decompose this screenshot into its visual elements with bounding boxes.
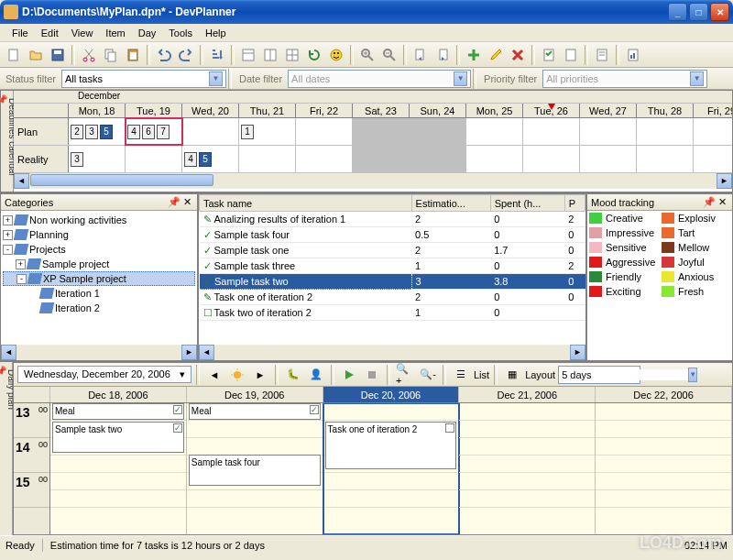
calendar-day-header[interactable]: Fri, 29 <box>694 104 732 117</box>
calendar-cell[interactable] <box>353 146 410 172</box>
calendar-cell[interactable] <box>353 118 410 145</box>
calendar-chip[interactable]: 3 <box>71 152 83 167</box>
menu-view[interactable]: View <box>65 26 100 40</box>
stop-icon[interactable] <box>362 365 382 385</box>
menu-help[interactable]: Help <box>199 26 233 40</box>
edit-icon[interactable] <box>486 45 506 65</box>
tree-item[interactable]: -Projects <box>3 242 195 257</box>
mood-item[interactable]: Aggressive <box>587 255 660 269</box>
person-icon[interactable]: 👤 <box>306 365 326 385</box>
mood-item[interactable]: Impressive <box>587 225 660 240</box>
tree-item[interactable]: +Sample project <box>3 257 195 271</box>
doc-icon[interactable] <box>561 45 581 65</box>
zoom-in-icon[interactable]: 🔍+ <box>395 365 415 385</box>
tree-expand-icon[interactable]: - <box>3 245 13 255</box>
next-page-icon[interactable] <box>432 45 453 65</box>
calendar-chip[interactable]: 6 <box>142 125 155 139</box>
deadlines-calendar-tab[interactable]: 📌 Deadlines calendar <box>1 91 14 192</box>
pin-icon[interactable]: 📌 <box>168 196 181 208</box>
prev-day-icon[interactable]: ◄ <box>204 365 224 385</box>
tree-item[interactable]: +Non working activities <box>3 213 195 227</box>
calendar-day-header[interactable]: Tue, 26 <box>523 104 580 117</box>
chevron-down-icon[interactable]: ▼ <box>209 71 223 86</box>
daily-event[interactable]: Sample task two✓ <box>52 422 184 453</box>
smiley-icon[interactable] <box>326 45 346 65</box>
undo-icon[interactable] <box>154 45 174 65</box>
calendar-chip[interactable]: 5 <box>100 125 113 139</box>
calendar-cell[interactable] <box>523 118 580 145</box>
tree-item[interactable]: -XP Sample project <box>3 271 195 286</box>
calendar-day-header[interactable]: Wed, 20 <box>182 104 239 117</box>
daily-column[interactable]: Meal✓Sample task two✓ <box>50 403 187 534</box>
calendar-cell[interactable] <box>637 118 694 145</box>
menu-file[interactable]: File <box>5 26 35 40</box>
calendar-chip[interactable]: 4 <box>127 125 140 139</box>
mood-item[interactable]: Explosiv <box>660 211 732 225</box>
calendar-chip[interactable]: 5 <box>199 152 212 167</box>
calendar-cell[interactable] <box>694 146 732 172</box>
zoom-in-icon[interactable] <box>357 45 377 65</box>
prev-page-icon[interactable] <box>410 45 431 65</box>
sun-icon[interactable] <box>227 365 247 385</box>
task-row[interactable]: ✓Sample task four0.500 <box>200 227 585 243</box>
minimize-button[interactable]: _ <box>668 3 687 21</box>
mood-item[interactable]: Anxious <box>660 269 732 284</box>
calendar-day-header[interactable]: Tue, 19 <box>126 104 182 117</box>
calendar-cell[interactable]: 467 <box>126 118 182 145</box>
calendar-cell[interactable] <box>466 118 523 145</box>
calendar-chip[interactable]: 3 <box>85 125 98 139</box>
date-filter-combo[interactable]: ▼ <box>288 70 471 88</box>
play-icon[interactable] <box>339 365 359 385</box>
list-icon[interactable]: ☰ <box>451 365 471 385</box>
task-row[interactable]: ✓Sample task one21.70 <box>200 243 585 258</box>
add-icon[interactable] <box>464 45 484 65</box>
daily-plan-tab[interactable]: 📌 Daily plan <box>0 362 13 535</box>
menu-item[interactable]: Item <box>99 26 131 40</box>
task-row[interactable]: ✓Sample task two33.80 <box>200 274 585 290</box>
close-button[interactable]: ✕ <box>710 3 729 21</box>
pin-icon[interactable]: 📌 <box>0 366 6 376</box>
calendar-day-header[interactable]: Wed, 27 <box>580 104 637 117</box>
calendar-cell[interactable] <box>239 146 296 172</box>
layout-icon[interactable]: ▦ <box>502 365 522 385</box>
calendar-cell[interactable] <box>580 146 637 172</box>
sort-icon[interactable] <box>207 45 227 65</box>
status-filter-combo[interactable]: ▼ <box>61 70 226 88</box>
mood-item[interactable]: Exciting <box>587 284 660 299</box>
daily-column[interactable]: Meal✓Sample task four <box>187 403 323 534</box>
tree-expand-icon[interactable]: + <box>3 230 13 240</box>
daily-day-header[interactable]: Dec 18, 2006 <box>50 387 187 402</box>
task-col-header[interactable]: P <box>564 195 585 212</box>
daily-date[interactable]: Wednesday, December 20, 2006 ▾ <box>17 366 191 383</box>
mood-item[interactable]: Mellow <box>660 240 732 255</box>
daily-day-header[interactable]: Dec 22, 2006 <box>596 387 732 402</box>
tree-item[interactable]: Iteration 1 <box>3 286 195 301</box>
daily-event[interactable]: Task one of iteration 2 <box>325 422 457 469</box>
chevron-down-icon[interactable]: ▼ <box>454 71 467 86</box>
calendar-chip[interactable]: 7 <box>157 125 170 139</box>
calendar-cell[interactable] <box>296 146 353 172</box>
menu-tools[interactable]: Tools <box>162 26 199 40</box>
task-row[interactable]: ☐Task two of iteration 210 <box>200 305 585 321</box>
mood-item[interactable]: Sensitive <box>587 240 660 255</box>
calendar-cell[interactable] <box>182 118 239 145</box>
tree-item[interactable]: +Planning <box>3 227 195 242</box>
menu-day[interactable]: Day <box>132 26 163 40</box>
task-col-header[interactable]: Spent (h... <box>490 195 564 212</box>
task-col-header[interactable]: Task name <box>200 195 412 212</box>
calendar-day-header[interactable]: Mon, 25 <box>466 104 523 117</box>
task-col-header[interactable]: Estimatio... <box>411 195 490 212</box>
view1-icon[interactable] <box>238 45 258 65</box>
close-pane-icon[interactable]: ✕ <box>716 196 728 208</box>
view3-icon[interactable] <box>282 45 302 65</box>
tree-expand-icon[interactable]: - <box>16 274 27 284</box>
calendar-cell[interactable] <box>637 146 694 172</box>
menu-edit[interactable]: Edit <box>35 26 65 40</box>
mood-item[interactable]: Joyful <box>660 255 732 269</box>
new-icon[interactable] <box>4 45 24 65</box>
refresh-icon[interactable] <box>304 45 324 65</box>
calendar-cell[interactable] <box>126 146 182 172</box>
view2-icon[interactable] <box>260 45 280 65</box>
scroll-right-icon[interactable]: ► <box>717 173 732 189</box>
chevron-down-icon[interactable]: ▼ <box>690 71 704 86</box>
